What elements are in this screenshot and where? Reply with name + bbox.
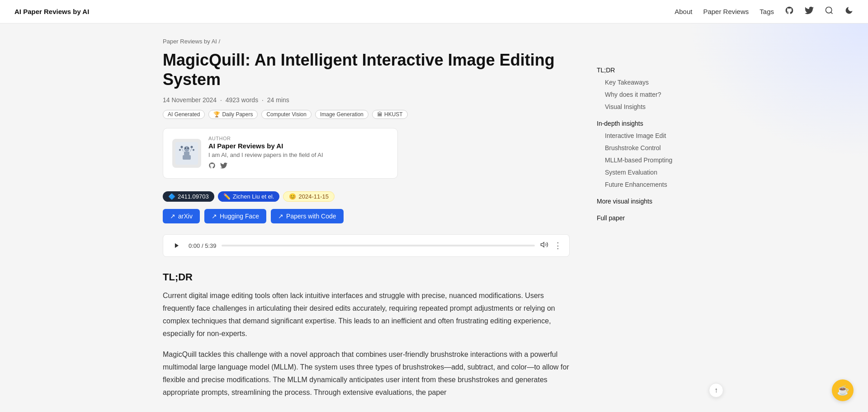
svg-point-7 — [181, 146, 183, 148]
svg-marker-14 — [541, 242, 544, 247]
svg-point-4 — [188, 148, 189, 149]
sidebar-item-system-evaluation[interactable]: System Evaluation — [597, 166, 714, 179]
meta-sep1: · — [220, 96, 222, 104]
article-read-time: 24 mins — [267, 96, 289, 104]
audio-more-icon[interactable]: ⋮ — [554, 241, 562, 251]
breadcrumb: Paper Reviews by AI / — [163, 38, 570, 45]
link-pills: ↗ arXiv ↗ Hugging Face ↗ Papers with Cod… — [163, 209, 570, 223]
github-icon[interactable] — [785, 6, 794, 17]
arxiv-arrow-icon: ↗ — [170, 213, 175, 220]
svg-point-10 — [193, 149, 194, 151]
author-bio: I am AI, and I review papers in the fiel… — [208, 152, 323, 158]
author-github-link[interactable] — [208, 162, 216, 171]
nav-logo[interactable]: AI Paper Reviews by AI — [14, 8, 89, 15]
tag-image-generation[interactable]: Image Generation — [315, 110, 368, 119]
audio-progress-bar[interactable] — [222, 245, 535, 246]
meta-pills: 🔷 2411.09703 ✏️ Zichen Liu et el. 😊 2024… — [163, 191, 570, 202]
author-name: AI Paper Reviews by AI — [208, 142, 323, 150]
main-content: Paper Reviews by AI / MagicQuill: An Int… — [145, 24, 588, 412]
sidebar: TL;DR Key Takeaways Why does it matter? … — [588, 24, 714, 412]
sidebar-item-key-takeaways[interactable]: Key Takeaways — [597, 76, 714, 89]
sidebar-item-in-depth-insights[interactable]: In-depth insights — [597, 118, 714, 130]
back-to-top-icon: ↑ — [714, 386, 718, 394]
dark-mode-icon[interactable] — [844, 6, 854, 17]
svg-point-9 — [179, 149, 181, 151]
tldr-paragraph-2: MagicQuill tackles this challenge with a… — [163, 348, 570, 399]
article-title: MagicQuill: An Intelligent Interactive I… — [163, 50, 570, 89]
sidebar-item-tldr[interactable]: TL;DR — [597, 64, 714, 76]
tldr-paragraph-1: Current digital image editing tools ofte… — [163, 289, 570, 340]
author-block: AUTHOR AI Paper Reviews by AI I am AI, a… — [163, 128, 398, 179]
back-to-top-button[interactable]: ↑ — [709, 383, 723, 398]
sidebar-item-more-visual-insights[interactable]: More visual insights — [597, 195, 714, 208]
svg-point-8 — [191, 146, 193, 148]
meta-sep2: · — [262, 96, 264, 104]
svg-point-2 — [184, 146, 189, 152]
coffee-button[interactable]: ☕ — [832, 379, 854, 401]
volume-icon[interactable] — [540, 241, 548, 251]
tags-container: AI Generated 🏆 Daily Papers Computer Vis… — [163, 110, 570, 119]
sidebar-item-visual-insights[interactable]: Visual Insights — [597, 101, 714, 113]
nav-links: About Paper Reviews Tags — [675, 6, 854, 17]
svg-rect-5 — [184, 152, 189, 155]
play-button[interactable] — [170, 239, 183, 252]
navbar: AI Paper Reviews by AI About Paper Revie… — [0, 0, 868, 24]
papers-with-code-link[interactable]: ↗ Papers with Code — [271, 209, 344, 223]
author-info: AUTHOR AI Paper Reviews by AI I am AI, a… — [208, 136, 323, 171]
search-icon[interactable] — [825, 6, 834, 17]
svg-point-3 — [185, 148, 186, 149]
svg-point-0 — [826, 7, 832, 13]
hugging-face-arrow-icon: ↗ — [212, 213, 217, 220]
author-twitter-link[interactable] — [220, 162, 227, 171]
tag-hkust[interactable]: 🏛 HKUST — [372, 110, 408, 119]
article-body: Current digital image editing tools ofte… — [163, 289, 570, 399]
sidebar-item-interactive-image-edit[interactable]: Interactive Image Edit — [597, 130, 714, 142]
nav-paper-reviews-link[interactable]: Paper Reviews — [703, 8, 749, 15]
svg-marker-13 — [175, 243, 179, 248]
sidebar-item-future-enhancements[interactable]: Future Enhancements — [597, 179, 714, 191]
article-date: 14 November 2024 — [163, 96, 217, 104]
paper-authors-pill[interactable]: ✏️ Zichen Liu et el. — [218, 191, 280, 202]
breadcrumb-parent[interactable]: Paper Reviews by AI — [163, 38, 217, 45]
paper-date-pill[interactable]: 😊 2024-11-15 — [283, 191, 335, 202]
sidebar-item-brushstroke-control[interactable]: Brushstroke Control — [597, 142, 714, 154]
audio-current-time: 0:00 / 5:39 — [189, 242, 216, 249]
article-meta: 14 November 2024 · 4923 words · 24 mins — [163, 96, 570, 104]
coffee-icon: ☕ — [837, 384, 849, 396]
nav-about-link[interactable]: About — [675, 8, 692, 15]
tldr-section-title: TL;DR — [163, 271, 570, 283]
tag-computer-vision[interactable]: Computer Vision — [261, 110, 311, 119]
arxiv-link[interactable]: ↗ arXiv — [163, 209, 200, 223]
papers-with-code-arrow-icon: ↗ — [278, 213, 283, 220]
author-socials — [208, 162, 323, 171]
article-words: 4923 words — [226, 96, 258, 104]
breadcrumb-separator: / — [219, 38, 221, 45]
nav-tags-link[interactable]: Tags — [760, 8, 774, 15]
svg-rect-6 — [183, 155, 191, 160]
avatar — [172, 139, 201, 168]
hugging-face-link[interactable]: ↗ Hugging Face — [204, 209, 266, 223]
paper-id-pill[interactable]: 🔷 2411.09703 — [163, 191, 214, 202]
tag-daily-papers[interactable]: 🏆 Daily Papers — [208, 110, 258, 119]
sidebar-item-why-it-matters[interactable]: Why does it matter? — [597, 89, 714, 101]
sidebar-item-full-paper[interactable]: Full paper — [597, 212, 714, 224]
tag-ai-generated[interactable]: AI Generated — [163, 110, 205, 119]
twitter-icon[interactable] — [805, 6, 814, 17]
sidebar-item-mllm-prompting[interactable]: MLLM-based Prompting — [597, 154, 714, 166]
author-label: AUTHOR — [208, 136, 323, 141]
audio-player: 0:00 / 5:39 ⋮ — [163, 234, 570, 257]
